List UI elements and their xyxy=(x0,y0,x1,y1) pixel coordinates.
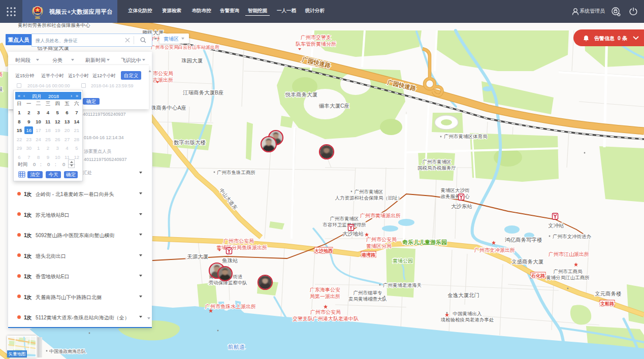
svg-text:广州市文冲街道办: 广州市文冲街道办 xyxy=(553,234,592,239)
svg-text:悦丰商务大厦: 悦丰商务大厦 xyxy=(285,91,318,97)
svg-text:大沙地站: 大沙地站 xyxy=(342,231,364,237)
svg-text:文冲站: 文冲站 xyxy=(548,222,564,229)
svg-text:广州市公安局: 广州市公安局 xyxy=(366,237,397,242)
svg-text:政务服务中心: 政务服务中心 xyxy=(441,193,470,199)
svg-text:市公安局: 市公安局 xyxy=(153,71,173,76)
svg-text:广州市鱼珠工商所: 广州市鱼珠工商所 xyxy=(217,170,256,175)
svg-text:交警支队广州港大队老港中队: 交警支队广州港大队老港中队 xyxy=(293,316,359,321)
svg-text:广州市江山派出所: 广州市江山派出所 xyxy=(549,251,589,257)
svg-text:大沙地西: 大沙地西 xyxy=(314,248,333,253)
svg-text:吉派出所: 吉派出所 xyxy=(153,77,173,83)
svg-text:文元商务楼: 文元商务楼 xyxy=(595,290,622,297)
svg-text:文盛商务大厦: 文盛商务大厦 xyxy=(511,258,544,265)
svg-text:广州市黄埔区: 广州市黄埔区 xyxy=(423,159,452,165)
svg-text:人力资源和社会保障局（旧址）: 人力资源和社会保障局（旧址） xyxy=(335,195,403,201)
svg-text:广园快速路: 广园快速路 xyxy=(301,56,332,69)
svg-text:黄埔分局江山工商所: 黄埔分局江山工商所 xyxy=(546,275,590,280)
svg-text:中国渔政南海总队: 中国渔政南海总队 xyxy=(49,349,86,354)
svg-text:天源大厦: 天源大厦 xyxy=(187,253,209,259)
svg-text:数字出版大楼: 数字出版大楼 xyxy=(174,139,206,145)
svg-text:港湾路: 港湾路 xyxy=(361,252,376,257)
svg-text:中山大道东: 中山大道东 xyxy=(218,187,238,211)
svg-text:黄埔区分局鱼珠派出所: 黄埔区分局鱼珠派出所 xyxy=(216,245,267,250)
svg-text:奇乐儿儿童游乐园: 奇乐儿儿童游乐园 xyxy=(402,239,447,245)
svg-text:卖局黄埔稽查大队: 卖局黄埔稽查大队 xyxy=(348,296,387,302)
svg-text:广州市文冲派出所: 广州市文冲派出所 xyxy=(474,247,515,253)
svg-text:金逸大厦北门: 金逸大厦北门 xyxy=(447,292,479,298)
svg-text:骊丰大厦C座: 骊丰大厦C座 xyxy=(318,103,349,109)
svg-text:广州市烟草专: 广州市烟草专 xyxy=(353,290,383,296)
svg-text:广州黄埔老港海关: 广州黄埔老港海关 xyxy=(383,282,422,288)
svg-text:广州市黄埔派出所: 广州市黄埔派出所 xyxy=(360,213,401,218)
svg-text:银: 银 xyxy=(0,86,3,92)
svg-text:前航道: 前航道 xyxy=(228,344,245,350)
svg-text:黄村街劳务所和社会保障服务中心: 黄村街劳务所和社会保障服务中心 xyxy=(18,22,90,28)
svg-text:队车管所黄埔分所: 队车管所黄埔分所 xyxy=(296,41,336,47)
svg-text:黄埔区大沙街: 黄埔区大沙街 xyxy=(441,187,470,193)
svg-text:江瑞商务大厦B座: 江瑞商务大厦B座 xyxy=(183,89,224,95)
svg-text:珠园大厦: 珠园大厦 xyxy=(181,57,203,63)
svg-text:境检验检疫局老港办事处: 境检验检疫局老港办事处 xyxy=(440,317,494,322)
svg-text:市容环卫监督管理所: 市容环卫监督管理所 xyxy=(322,222,366,227)
svg-text:中国黄埔出入: 中国黄埔出入 xyxy=(453,311,482,316)
svg-text:广州市公安局: 广州市公安局 xyxy=(310,309,341,315)
svg-text:广州市公安局白云台山车站派出所: 广州市公安局白云台山车站派出所 xyxy=(151,45,219,50)
svg-text:广州市公安局: 广州市公安局 xyxy=(223,238,254,244)
svg-text:鱼珠站: 鱼珠站 xyxy=(222,257,238,264)
svg-text:广园快速路: 广园快速路 xyxy=(387,79,417,92)
svg-text:广州市鱼珠水上派出所: 广州市鱼珠水上派出所 xyxy=(205,304,256,309)
svg-text:国税局办税服务厅: 国税局办税服务厅 xyxy=(417,165,456,171)
svg-text:广州市交警支: 广州市交警支 xyxy=(301,35,331,40)
svg-text:广州市工商局: 广州市工商局 xyxy=(554,269,583,274)
svg-text:文船路: 文船路 xyxy=(600,301,615,306)
svg-text:珠商务中心A座: 珠商务中心A座 xyxy=(151,105,186,111)
svg-text:黄埔区分局: 黄埔区分局 xyxy=(366,243,392,249)
svg-text:石化路: 石化路 xyxy=(531,273,545,278)
svg-text:黄埔公园: 黄埔公园 xyxy=(393,258,413,264)
svg-text:商: 商 xyxy=(0,72,3,77)
svg-text:广州市黄埔区: 广州市黄埔区 xyxy=(355,189,383,194)
svg-text:大沙东站: 大沙东站 xyxy=(451,203,472,209)
svg-text:广东海事公安: 广东海事公安 xyxy=(310,287,340,292)
svg-text:广州市黄埔区: 广州市黄埔区 xyxy=(330,216,359,221)
svg-text:鸿亿商务写字楼: 鸿亿商务写字楼 xyxy=(505,237,542,243)
svg-text:广州市黄埔区体育局: 广州市黄埔区体育局 xyxy=(444,134,488,139)
svg-text:局第一派出所: 局第一派出所 xyxy=(310,293,340,299)
